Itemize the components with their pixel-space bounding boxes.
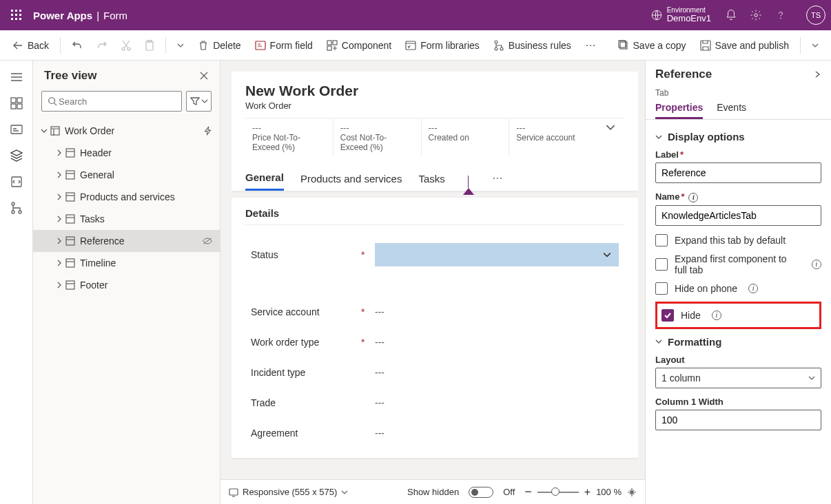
layout-select[interactable]: 1 column <box>655 368 821 388</box>
form-field-button[interactable]: Form field <box>249 37 318 54</box>
svg-rect-34 <box>11 125 22 134</box>
notifications-icon[interactable] <box>725 9 737 21</box>
delete-button[interactable]: Delete <box>192 37 246 54</box>
components-nav-icon[interactable] <box>10 96 23 110</box>
help-icon[interactable] <box>774 9 787 21</box>
zoom-out-button[interactable]: − <box>524 485 532 499</box>
component-button[interactable]: Component <box>321 37 397 54</box>
hidden-icon <box>202 236 213 246</box>
label-input[interactable] <box>655 162 821 183</box>
group-formatting[interactable]: Formatting <box>655 336 821 348</box>
show-hidden-toggle[interactable] <box>469 487 493 498</box>
expand-full-checkbox[interactable]: Expand first component to full tabi <box>655 253 821 275</box>
svg-rect-41 <box>66 149 74 157</box>
tree-item-timeline[interactable]: Timeline <box>33 252 220 274</box>
tree-item-footer[interactable]: Footer <box>33 274 220 296</box>
summary-cell[interactable]: ---Price Not-To-Exceed (%) <box>245 118 333 156</box>
field-status[interactable]: Status* <box>245 229 624 276</box>
collapse-props-icon[interactable] <box>813 70 821 78</box>
save-copy-button[interactable]: Save a copy <box>613 37 692 54</box>
overflow-button[interactable] <box>579 37 602 54</box>
summary-cell[interactable]: ---Cost Not-To-Exceed (%) <box>333 118 421 156</box>
fit-icon[interactable] <box>627 487 637 497</box>
status-dropdown[interactable] <box>375 243 619 266</box>
zoom-value: 100 % <box>596 487 622 497</box>
info-icon[interactable]: i <box>688 193 698 202</box>
summary-cell[interactable]: ---Created on <box>421 118 509 156</box>
canvas-tab-products-and-services[interactable]: Products and services <box>300 167 402 190</box>
rules-nav-icon[interactable] <box>10 201 23 215</box>
svg-rect-6 <box>11 18 13 20</box>
field-agreement[interactable]: Agreement--- <box>245 418 624 448</box>
redo-button[interactable] <box>91 37 113 54</box>
tab-properties[interactable]: Properties <box>655 102 703 119</box>
cut-button[interactable] <box>116 37 136 54</box>
search-input[interactable] <box>41 91 182 112</box>
lightning-icon[interactable] <box>203 126 213 136</box>
field-trade[interactable]: Trade--- <box>245 388 624 418</box>
libraries-nav-icon[interactable] <box>10 175 23 189</box>
hide-phone-checkbox[interactable]: Hide on phonei <box>655 282 821 295</box>
svg-rect-51 <box>229 489 238 495</box>
info-icon[interactable]: i <box>812 260 821 269</box>
tree-item-header[interactable]: Header <box>33 142 220 164</box>
tree-item-general[interactable]: General <box>33 164 220 186</box>
section-icon <box>65 258 75 268</box>
undo-button[interactable] <box>66 37 88 54</box>
info-icon[interactable]: i <box>712 311 721 320</box>
tree-nav-icon[interactable] <box>10 149 23 162</box>
props-type: Tab <box>646 88 831 102</box>
tab-events[interactable]: Events <box>717 102 746 119</box>
close-tree-icon[interactable] <box>199 71 209 81</box>
expand-default-checkbox[interactable]: Expand this tab by default <box>655 234 821 246</box>
layout-label: Layout <box>655 355 821 365</box>
section-title[interactable]: Details <box>245 207 624 225</box>
app-launcher-icon[interactable] <box>6 4 28 26</box>
overflow-1[interactable] <box>172 39 189 52</box>
svg-rect-19 <box>327 46 331 50</box>
canvas-tab-general[interactable]: General <box>245 166 284 191</box>
svg-point-37 <box>12 211 14 213</box>
responsive-dropdown[interactable]: Responsive (555 x 575) <box>229 487 348 497</box>
settings-icon[interactable] <box>750 9 762 21</box>
back-button[interactable]: Back <box>7 37 54 54</box>
zoom-in-button[interactable]: + <box>584 486 591 498</box>
form-field-nav-icon[interactable] <box>10 123 23 136</box>
tree-item-tasks[interactable]: Tasks <box>33 208 220 230</box>
tree-item-reference[interactable]: Reference <box>33 230 220 252</box>
publish-split[interactable] <box>806 39 824 52</box>
svg-rect-33 <box>17 104 22 109</box>
environment-picker[interactable]: Environment DemoEnv1 <box>650 6 711 23</box>
svg-rect-2 <box>19 10 21 12</box>
canvas-tab-tasks[interactable]: Tasks <box>418 167 444 190</box>
svg-rect-4 <box>15 14 17 16</box>
tree-item-label: Header <box>80 147 112 158</box>
paste-button[interactable] <box>139 37 160 54</box>
section-icon <box>65 280 75 290</box>
info-icon[interactable]: i <box>748 284 758 293</box>
user-avatar[interactable]: TS <box>806 6 825 25</box>
name-input[interactable] <box>655 205 821 226</box>
field-incident-type[interactable]: Incident type--- <box>245 357 624 388</box>
tree-item-products-and-services[interactable]: Products and services <box>33 186 220 208</box>
svg-rect-29 <box>701 41 710 50</box>
hamburger-icon[interactable] <box>10 70 23 84</box>
zoom-slider[interactable] <box>537 492 579 493</box>
field-work-order-type[interactable]: Work order type*--- <box>245 327 624 357</box>
business-rules-button[interactable]: Business rules <box>488 37 577 54</box>
hide-checkbox[interactable]: Hidei <box>661 309 815 322</box>
expand-header-icon[interactable] <box>597 118 624 156</box>
search-icon <box>48 96 57 106</box>
col-width-input[interactable] <box>655 410 821 430</box>
form-libraries-button[interactable]: Form libraries <box>400 37 485 54</box>
field-service-account[interactable]: Service account*--- <box>245 297 624 327</box>
svg-point-24 <box>586 45 588 46</box>
filter-button[interactable] <box>186 91 212 112</box>
tree-root[interactable]: Work Order <box>33 120 220 142</box>
section-icon <box>65 170 75 180</box>
summary-cell[interactable]: ---Service account <box>509 118 597 156</box>
group-display-options[interactable]: Display options <box>655 131 821 143</box>
more-tabs-button[interactable] <box>492 173 503 184</box>
save-publish-button[interactable]: Save and publish <box>695 37 794 54</box>
section-icon <box>65 192 75 202</box>
